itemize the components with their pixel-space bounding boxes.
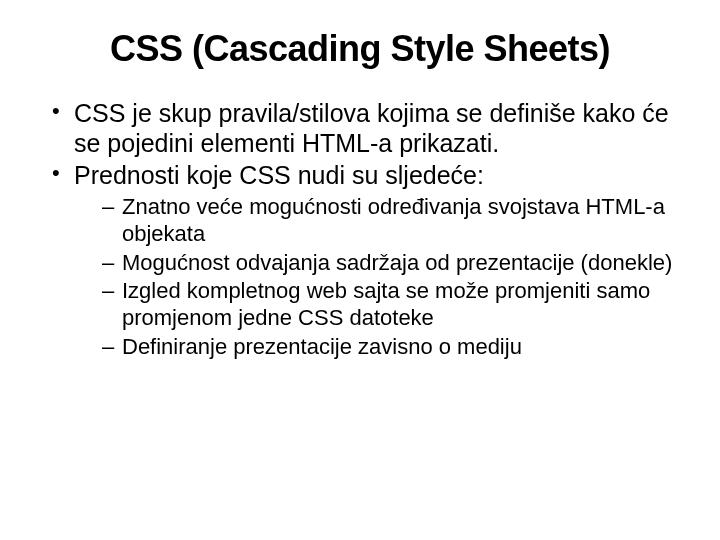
sub-bullet-list: Znatno veće mogućnosti određivanja svojs… (74, 194, 684, 361)
list-item: Izgled kompletnog web sajta se može prom… (102, 278, 684, 332)
list-item: CSS je skup pravila/stilova kojima se de… (52, 98, 684, 158)
sub-bullet-text: Izgled kompletnog web sajta se može prom… (122, 278, 650, 330)
sub-bullet-text: Mogućnost odvajanja sadržaja od prezenta… (122, 250, 672, 275)
bullet-text: Prednosti koje CSS nudi su sljedeće: (74, 161, 484, 189)
slide-title: CSS (Cascading Style Sheets) (36, 28, 684, 70)
list-item: Mogućnost odvajanja sadržaja od prezenta… (102, 250, 684, 277)
sub-bullet-text: Definiranje prezentacije zavisno o medij… (122, 334, 522, 359)
bullet-text: CSS je skup pravila/stilova kojima se de… (74, 99, 669, 157)
bullet-list: CSS je skup pravila/stilova kojima se de… (36, 98, 684, 361)
list-item: Znatno veće mogućnosti određivanja svojs… (102, 194, 684, 248)
list-item: Definiranje prezentacije zavisno o medij… (102, 334, 684, 361)
list-item: Prednosti koje CSS nudi su sljedeće: Zna… (52, 160, 684, 361)
sub-bullet-text: Znatno veće mogućnosti određivanja svojs… (122, 194, 665, 246)
